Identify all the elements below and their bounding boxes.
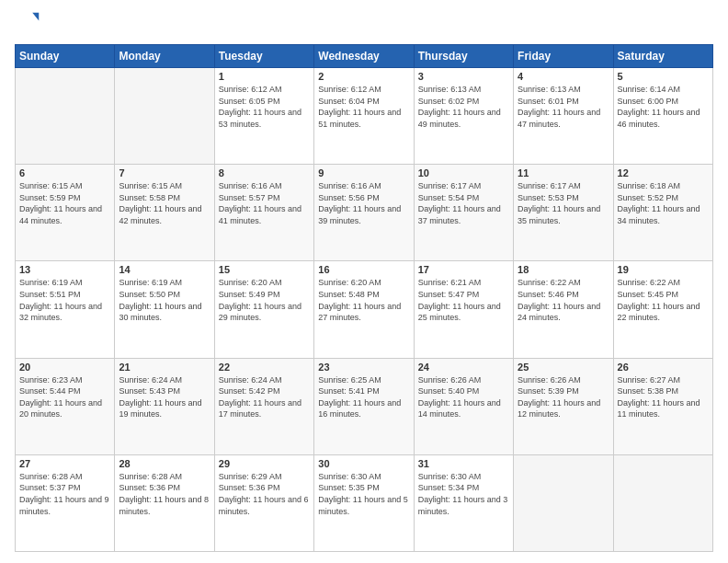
calendar-cell: 21Sunrise: 6:24 AMSunset: 5:43 PMDayligh… bbox=[115, 358, 214, 454]
calendar-cell: 5Sunrise: 6:14 AMSunset: 6:00 PMDaylight… bbox=[613, 68, 712, 165]
day-number: 24 bbox=[418, 362, 509, 373]
day-info: Sunrise: 6:19 AMSunset: 5:51 PMDaylight:… bbox=[19, 277, 110, 323]
day-info: Sunrise: 6:30 AMSunset: 5:35 PMDaylight:… bbox=[318, 471, 409, 517]
day-number: 12 bbox=[618, 167, 709, 178]
calendar-cell bbox=[16, 68, 115, 165]
calendar-cell: 15Sunrise: 6:20 AMSunset: 5:49 PMDayligh… bbox=[214, 261, 313, 358]
day-info: Sunrise: 6:28 AMSunset: 5:36 PMDaylight:… bbox=[119, 471, 210, 517]
day-number: 20 bbox=[19, 362, 110, 373]
calendar-cell: 23Sunrise: 6:25 AMSunset: 5:41 PMDayligh… bbox=[314, 358, 414, 454]
day-number: 7 bbox=[119, 167, 210, 178]
day-number: 13 bbox=[19, 264, 110, 275]
calendar-cell: 17Sunrise: 6:21 AMSunset: 5:47 PMDayligh… bbox=[414, 261, 513, 358]
calendar-cell: 10Sunrise: 6:17 AMSunset: 5:54 PMDayligh… bbox=[414, 165, 513, 261]
day-info: Sunrise: 6:19 AMSunset: 5:50 PMDaylight:… bbox=[119, 277, 210, 323]
day-info: Sunrise: 6:24 AMSunset: 5:43 PMDaylight:… bbox=[119, 374, 210, 420]
calendar-cell: 30Sunrise: 6:30 AMSunset: 5:35 PMDayligh… bbox=[314, 454, 414, 551]
calendar-cell: 16Sunrise: 6:20 AMSunset: 5:48 PMDayligh… bbox=[314, 261, 414, 358]
calendar-cell: 27Sunrise: 6:28 AMSunset: 5:37 PMDayligh… bbox=[16, 454, 115, 551]
day-number: 5 bbox=[618, 71, 709, 82]
day-info: Sunrise: 6:23 AMSunset: 5:44 PMDaylight:… bbox=[19, 374, 110, 420]
day-number: 18 bbox=[518, 264, 609, 275]
day-info: Sunrise: 6:20 AMSunset: 5:49 PMDaylight:… bbox=[219, 277, 310, 323]
day-number: 11 bbox=[518, 167, 609, 178]
day-number: 6 bbox=[19, 167, 110, 178]
calendar-cell: 28Sunrise: 6:28 AMSunset: 5:36 PMDayligh… bbox=[115, 454, 214, 551]
calendar-week-3: 20Sunrise: 6:23 AMSunset: 5:44 PMDayligh… bbox=[16, 358, 713, 454]
day-info: Sunrise: 6:30 AMSunset: 5:34 PMDaylight:… bbox=[418, 471, 509, 517]
day-number: 16 bbox=[318, 264, 409, 275]
day-number: 4 bbox=[518, 71, 609, 82]
calendar-cell: 29Sunrise: 6:29 AMSunset: 5:36 PMDayligh… bbox=[214, 454, 313, 551]
day-header-friday: Friday bbox=[514, 45, 613, 68]
header-row: SundayMondayTuesdayWednesdayThursdayFrid… bbox=[16, 45, 713, 68]
calendar-cell: 3Sunrise: 6:13 AMSunset: 6:02 PMDaylight… bbox=[414, 68, 513, 165]
calendar-cell: 24Sunrise: 6:26 AMSunset: 5:40 PMDayligh… bbox=[414, 358, 513, 454]
calendar-week-2: 13Sunrise: 6:19 AMSunset: 5:51 PMDayligh… bbox=[16, 261, 713, 358]
calendar-header: SundayMondayTuesdayWednesdayThursdayFrid… bbox=[16, 45, 713, 68]
day-number: 2 bbox=[318, 71, 409, 82]
calendar-cell: 25Sunrise: 6:26 AMSunset: 5:39 PMDayligh… bbox=[514, 358, 613, 454]
day-info: Sunrise: 6:16 AMSunset: 5:56 PMDaylight:… bbox=[318, 180, 409, 226]
calendar-cell: 31Sunrise: 6:30 AMSunset: 5:34 PMDayligh… bbox=[414, 454, 513, 551]
calendar-cell: 2Sunrise: 6:12 AMSunset: 6:04 PMDaylight… bbox=[314, 68, 414, 165]
day-header-sunday: Sunday bbox=[16, 45, 115, 68]
day-info: Sunrise: 6:20 AMSunset: 5:48 PMDaylight:… bbox=[318, 277, 409, 323]
day-info: Sunrise: 6:24 AMSunset: 5:42 PMDaylight:… bbox=[219, 374, 310, 420]
day-info: Sunrise: 6:13 AMSunset: 6:02 PMDaylight:… bbox=[418, 84, 509, 130]
day-number: 14 bbox=[119, 264, 210, 275]
day-number: 8 bbox=[219, 167, 310, 178]
calendar-body: 1Sunrise: 6:12 AMSunset: 6:05 PMDaylight… bbox=[16, 68, 713, 552]
day-number: 19 bbox=[618, 264, 709, 275]
day-number: 21 bbox=[119, 362, 210, 373]
calendar-cell: 8Sunrise: 6:16 AMSunset: 5:57 PMDaylight… bbox=[214, 165, 313, 261]
day-info: Sunrise: 6:28 AMSunset: 5:37 PMDaylight:… bbox=[19, 471, 110, 517]
day-info: Sunrise: 6:14 AMSunset: 6:00 PMDaylight:… bbox=[618, 84, 709, 130]
day-number: 17 bbox=[418, 264, 509, 275]
day-info: Sunrise: 6:26 AMSunset: 5:40 PMDaylight:… bbox=[418, 374, 509, 420]
day-number: 3 bbox=[418, 71, 509, 82]
day-number: 29 bbox=[219, 458, 310, 469]
day-info: Sunrise: 6:27 AMSunset: 5:38 PMDaylight:… bbox=[618, 374, 709, 420]
day-number: 10 bbox=[418, 167, 509, 178]
calendar-week-0: 1Sunrise: 6:12 AMSunset: 6:05 PMDaylight… bbox=[16, 68, 713, 165]
calendar-cell: 11Sunrise: 6:17 AMSunset: 5:53 PMDayligh… bbox=[514, 165, 613, 261]
day-number: 28 bbox=[119, 458, 210, 469]
calendar-cell: 22Sunrise: 6:24 AMSunset: 5:42 PMDayligh… bbox=[214, 358, 313, 454]
calendar-cell: 26Sunrise: 6:27 AMSunset: 5:38 PMDayligh… bbox=[613, 358, 712, 454]
day-info: Sunrise: 6:22 AMSunset: 5:46 PMDaylight:… bbox=[518, 277, 609, 323]
day-info: Sunrise: 6:17 AMSunset: 5:54 PMDaylight:… bbox=[418, 180, 509, 226]
calendar-cell bbox=[115, 68, 214, 165]
day-info: Sunrise: 6:25 AMSunset: 5:41 PMDaylight:… bbox=[318, 374, 409, 420]
day-info: Sunrise: 6:21 AMSunset: 5:47 PMDaylight:… bbox=[418, 277, 509, 323]
calendar-cell: 13Sunrise: 6:19 AMSunset: 5:51 PMDayligh… bbox=[16, 261, 115, 358]
day-info: Sunrise: 6:17 AMSunset: 5:53 PMDaylight:… bbox=[518, 180, 609, 226]
header bbox=[15, 11, 713, 37]
day-number: 30 bbox=[318, 458, 409, 469]
day-info: Sunrise: 6:12 AMSunset: 6:04 PMDaylight:… bbox=[318, 84, 409, 130]
day-header-monday: Monday bbox=[115, 45, 214, 68]
calendar-cell: 9Sunrise: 6:16 AMSunset: 5:56 PMDaylight… bbox=[314, 165, 414, 261]
calendar-cell: 12Sunrise: 6:18 AMSunset: 5:52 PMDayligh… bbox=[613, 165, 712, 261]
day-info: Sunrise: 6:26 AMSunset: 5:39 PMDaylight:… bbox=[518, 374, 609, 420]
day-info: Sunrise: 6:16 AMSunset: 5:57 PMDaylight:… bbox=[219, 180, 310, 226]
day-info: Sunrise: 6:12 AMSunset: 6:05 PMDaylight:… bbox=[219, 84, 310, 130]
calendar-cell: 4Sunrise: 6:13 AMSunset: 6:01 PMDaylight… bbox=[514, 68, 613, 165]
day-number: 23 bbox=[318, 362, 409, 373]
calendar-table: SundayMondayTuesdayWednesdayThursdayFrid… bbox=[15, 44, 713, 552]
logo-icon bbox=[15, 11, 40, 37]
day-info: Sunrise: 6:13 AMSunset: 6:01 PMDaylight:… bbox=[518, 84, 609, 130]
calendar-cell: 20Sunrise: 6:23 AMSunset: 5:44 PMDayligh… bbox=[16, 358, 115, 454]
day-number: 25 bbox=[518, 362, 609, 373]
day-info: Sunrise: 6:18 AMSunset: 5:52 PMDaylight:… bbox=[618, 180, 709, 226]
day-info: Sunrise: 6:15 AMSunset: 5:58 PMDaylight:… bbox=[119, 180, 210, 226]
day-number: 27 bbox=[19, 458, 110, 469]
calendar-cell: 6Sunrise: 6:15 AMSunset: 5:59 PMDaylight… bbox=[16, 165, 115, 261]
day-header-wednesday: Wednesday bbox=[314, 45, 414, 68]
day-header-saturday: Saturday bbox=[613, 45, 712, 68]
day-number: 22 bbox=[219, 362, 310, 373]
day-info: Sunrise: 6:29 AMSunset: 5:36 PMDaylight:… bbox=[219, 471, 310, 517]
day-number: 31 bbox=[418, 458, 509, 469]
day-info: Sunrise: 6:22 AMSunset: 5:45 PMDaylight:… bbox=[618, 277, 709, 323]
day-header-tuesday: Tuesday bbox=[214, 45, 313, 68]
